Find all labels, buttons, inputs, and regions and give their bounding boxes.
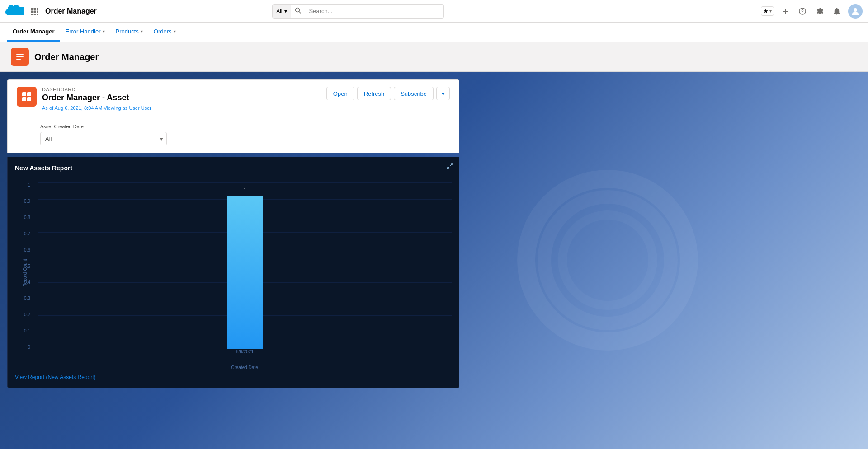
svg-rect-6 — [31, 14, 33, 15]
bar-value-label-1: 1 — [243, 187, 246, 193]
more-actions-button[interactable]: ▾ — [436, 87, 450, 100]
x-axis-labels: 8/6/2021 — [38, 349, 452, 363]
bar-1[interactable] — [227, 196, 263, 349]
svg-rect-8 — [37, 14, 38, 15]
y-label-02: 0.2 — [15, 312, 33, 317]
top-nav-right: ★ ▾ ? — [761, 4, 863, 19]
svg-rect-22 — [27, 97, 31, 101]
svg-rect-18 — [16, 59, 21, 60]
chart-title: New Assets Report — [15, 164, 72, 172]
svg-rect-12 — [783, 11, 788, 12]
chart-plot-area: 1 8/6/2021 — [38, 182, 452, 363]
chart-area: Record Count 0 0.1 0.2 0.3 0.4 0.5 0.6 0… — [15, 182, 452, 363]
dashboard-panel: Dashboard Order Manager - Asset As of Au… — [7, 79, 459, 441]
chart-expand-button[interactable] — [446, 163, 453, 172]
bars-container: 1 — [38, 182, 452, 349]
x-label-group-1: 8/6/2021 — [227, 349, 263, 354]
filter-label: Asset Created Date — [40, 124, 450, 129]
bar-group-1: 1 — [227, 187, 263, 349]
subscribe-button[interactable]: Subscribe — [394, 87, 434, 100]
chart-card: New Assets Report Record Count — [7, 157, 459, 388]
search-scope-dropdown[interactable]: All ▾ — [273, 5, 291, 18]
app-name: Order Manager — [45, 7, 97, 15]
chart-footer: View Report (New Assets Report) — [15, 374, 452, 380]
notifications-button[interactable] — [831, 5, 843, 17]
dashboard-meta: As of Aug 6, 2021, 8:04 AM·Viewing as Us… — [42, 105, 151, 111]
dashboard-title-group: Dashboard Order Manager - Asset As of Au… — [42, 87, 151, 111]
svg-rect-19 — [22, 92, 26, 96]
tab-order-manager-label: Order Manager — [13, 28, 54, 35]
asset-created-date-filter[interactable]: All Last 7 Days Last 30 Days This Month … — [40, 132, 167, 145]
page-header: Order Manager — [0, 42, 868, 72]
settings-button[interactable] — [814, 5, 826, 17]
dashboard-icon — [17, 87, 37, 107]
search-bar: All ▾ — [272, 4, 444, 19]
tab-orders[interactable]: Orders ▾ — [148, 23, 181, 42]
top-nav-left: Order Manager — [5, 5, 100, 18]
tab-products-chevron-icon: ▾ — [141, 29, 143, 34]
filter-select-wrap: All Last 7 Days Last 30 Days This Month … — [40, 132, 167, 145]
filter-bar: Asset Created Date All Last 7 Days Last … — [7, 118, 459, 153]
view-report-link[interactable]: View Report (New Assets Report) — [15, 374, 96, 380]
svg-rect-0 — [31, 8, 33, 10]
x-axis-title: Created Date — [38, 365, 452, 370]
help-button[interactable]: ? — [797, 5, 808, 17]
dashboard-header-card: Dashboard Order Manager - Asset As of Au… — [7, 79, 459, 118]
tab-orders-chevron-icon: ▾ — [174, 29, 176, 34]
add-button[interactable] — [779, 5, 791, 17]
search-input[interactable] — [305, 8, 444, 14]
svg-line-10 — [299, 12, 301, 14]
dashboard-label: Dashboard — [42, 87, 151, 92]
search-scope-chevron-icon: ▾ — [284, 8, 287, 14]
y-label-06: 0.6 — [15, 248, 33, 253]
dashboard-actions: Open Refresh Subscribe ▾ — [326, 87, 450, 100]
star-icon: ★ — [763, 8, 769, 14]
y-label-0: 0 — [15, 345, 33, 350]
svg-rect-4 — [34, 10, 36, 13]
y-axis-title: Record Count — [23, 259, 28, 287]
user-avatar[interactable] — [848, 4, 863, 19]
svg-rect-2 — [37, 8, 38, 10]
refresh-button[interactable]: Refresh — [357, 87, 392, 100]
y-label-09: 0.9 — [15, 199, 33, 204]
tab-order-manager[interactable]: Order Manager — [7, 23, 60, 42]
y-label-03: 0.3 — [15, 296, 33, 301]
svg-rect-20 — [27, 92, 31, 96]
search-icon — [291, 7, 305, 15]
main-content: Dashboard Order Manager - Asset As of Au… — [0, 72, 868, 449]
salesforce-logo-icon — [5, 5, 24, 18]
dashboard-name: Order Manager - Asset — [42, 93, 151, 103]
y-label-1: 1 — [15, 182, 33, 187]
favorites-button[interactable]: ★ ▾ — [761, 6, 774, 16]
y-label-07: 0.7 — [15, 231, 33, 236]
svg-rect-21 — [22, 97, 26, 101]
search-scope-label: All — [276, 8, 282, 14]
x-label-date: 8/6/2021 — [236, 349, 254, 354]
svg-rect-16 — [16, 54, 24, 55]
tab-error-handler-chevron-icon: ▾ — [103, 29, 105, 34]
top-nav: Order Manager All ▾ ★ ▾ — [0, 0, 868, 23]
y-label-01: 0.1 — [15, 328, 33, 333]
dashboard-header-left: Dashboard Order Manager - Asset As of Au… — [17, 87, 151, 111]
svg-rect-17 — [16, 56, 24, 57]
open-button[interactable]: Open — [326, 87, 354, 100]
svg-text:?: ? — [801, 9, 804, 14]
tab-error-handler[interactable]: Error Handler ▾ — [60, 23, 110, 42]
app-nav: Order Manager Error Handler ▾ Products ▾… — [0, 23, 868, 42]
more-actions-chevron-icon: ▾ — [442, 90, 445, 97]
svg-rect-1 — [34, 8, 36, 10]
app-launcher-button[interactable] — [28, 5, 41, 18]
tab-products-label: Products — [116, 28, 139, 35]
page-header-icon — [11, 48, 29, 66]
svg-rect-7 — [34, 14, 36, 15]
page-title: Order Manager — [34, 52, 99, 62]
search-container: All ▾ — [245, 4, 471, 19]
tab-error-handler-label: Error Handler — [65, 28, 100, 35]
chevron-down-icon: ▾ — [769, 9, 772, 14]
y-label-08: 0.8 — [15, 215, 33, 220]
tab-products[interactable]: Products ▾ — [110, 23, 148, 42]
svg-rect-3 — [31, 10, 33, 13]
svg-rect-5 — [37, 10, 38, 13]
tab-orders-label: Orders — [154, 28, 172, 35]
svg-point-15 — [854, 8, 857, 12]
